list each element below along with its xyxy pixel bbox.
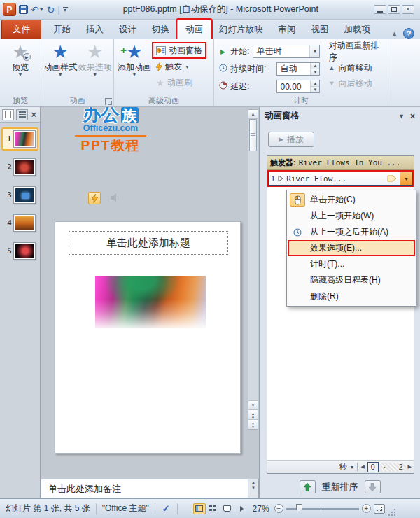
chevron-down-icon[interactable]: ▼ [349,465,354,470]
play-icon: ▶ [279,136,284,143]
add-animation-button[interactable]: +★ 添加动画 ▼ [115,41,153,96]
notes-placeholder[interactable]: 单击此处添加备注 [41,479,248,498]
menu-item-timing[interactable]: 计时(T)... [288,256,415,272]
menu-item-effect-options[interactable]: 效果选项(E)... [288,240,415,256]
normal-view-button[interactable] [193,503,206,514]
pane-close-icon[interactable]: × [410,111,415,121]
outline-tab[interactable] [16,109,28,120]
start-combobox[interactable]: 单击时 ▼ [253,45,320,58]
vertical-scrollbar[interactable]: ▲ ▼ ▲▲ ▼▼ [248,109,258,430]
menu-item-remove[interactable]: 删除(R) [288,288,415,304]
animation-styles-button[interactable]: ★ 动画样式 ▼ [43,41,78,96]
menu-item-start-after-previous[interactable]: 从上一项之后开始(A) [288,224,415,240]
minimize-button[interactable] [374,5,386,14]
slide-thumbnail-3[interactable]: 3 [1,183,38,206]
play-button[interactable]: ▶ 播放 [268,132,314,147]
fit-to-window-icon[interactable] [374,504,385,514]
effect-options-star-icon: ★ [87,41,103,62]
chevron-down-icon[interactable]: ▼ [309,46,319,57]
delay-spinner[interactable]: 00.00 ▲▼ [276,80,320,93]
trigger-button[interactable]: 触发 ▼ [153,59,205,74]
save-icon[interactable] [19,5,28,14]
animation-item[interactable]: 1 River Flow... ▼ [268,172,413,186]
previous-slide-button[interactable]: ▲▲ [248,410,258,419]
animation-painter-button[interactable]: ★ 动画刷 [153,76,205,90]
animation-pane-button[interactable]: 动画窗格 [153,43,205,57]
undo-icon[interactable]: ↶▼ [31,5,44,15]
timeline-right-icon[interactable]: ▶ [408,464,412,470]
reading-view-button[interactable] [221,503,234,514]
zoom-slider-thumb[interactable] [296,504,302,512]
quick-access-toolbar: P ↶▼ ↻ | ▼ [3,3,68,16]
zoom-out-icon[interactable]: − [274,504,284,513]
slide-thumbnail-2[interactable]: 2 [1,155,38,178]
scroll-down-icon[interactable]: ▼ [248,400,258,410]
tab-transitions[interactable]: 切换 [144,20,177,39]
tab-insert[interactable]: 插入 [78,20,111,39]
animation-pane-icon [156,46,166,55]
effect-options-button[interactable]: ★ 效果选项 ▼ [78,41,112,96]
close-button[interactable]: × [402,5,414,14]
speaker-icon[interactable] [110,192,121,205]
slide-picture[interactable] [95,276,206,328]
tab-review[interactable]: 审阅 [271,20,304,39]
spinner-buttons[interactable]: ▲▼ [310,80,319,92]
spellcheck-icon[interactable]: ✓ [155,503,177,514]
group-preview: ★▶ 预览 ▼ 预览 [0,39,41,106]
tab-file[interactable]: 文件 [1,20,41,39]
trigger-group-header: 触发器: River Flows In You ... [267,156,414,170]
timeline-left-icon[interactable]: ◀ [360,464,364,470]
tab-animations[interactable]: 动画 [177,20,211,39]
collapse-ribbon-icon[interactable]: ▲ [391,30,398,37]
slideshow-view-button[interactable] [235,503,248,514]
preview-button[interactable]: ★▶ 预览 ▼ [2,41,38,96]
slide[interactable]: 单击此处添加标题 [55,221,241,454]
undo-dropdown-icon[interactable]: ▼ [39,5,44,15]
qat-separator: | [57,5,59,15]
clock-icon [290,225,305,239]
slides-tab[interactable] [2,109,14,120]
chevron-down-icon: ▼ [58,72,63,77]
slide-editing-canvas: 办公 族 Officezu.com PPT教程 单击此处添加标题 ▲ ▼ ▲▲ … [41,107,259,475]
duration-spinner[interactable]: 自动 ▲▼ [276,62,320,76]
theme-name[interactable]: "Office 主题" [97,503,155,514]
zoom-level[interactable]: 27% [248,504,274,514]
tab-view[interactable]: 视图 [304,20,337,39]
tab-slideshow[interactable]: 幻灯片放映 [211,20,271,39]
reorder-up-button[interactable] [300,480,316,493]
scrollbar-thumb[interactable] [249,119,257,151]
slide-thumbnail-panel: × 1 2 3 4 5 [0,107,41,499]
title-placeholder[interactable]: 单击此处添加标题 [69,231,228,255]
zoom-in-icon[interactable]: + [362,504,371,513]
redo-icon[interactable]: ↻ [47,5,55,15]
tab-home[interactable]: 开始 [46,20,78,39]
trigger-lightning-icon[interactable] [88,192,101,204]
group-label-animation: 动画 [41,95,113,106]
animation-painter-icon: ★ [156,78,164,88]
move-later-button[interactable]: ▼ 向后移动 [328,76,386,91]
slide-thumbnail-5[interactable]: 5 [1,239,38,262]
menu-item-start-on-click[interactable]: 单击开始(C) [288,192,415,208]
animation-pane: 动画窗格 ▼ × ▶ 播放 触发器: River Flows In You ..… [259,107,420,499]
help-icon[interactable]: ? [403,28,414,39]
slide-thumbnail-4[interactable]: 4 [1,211,38,234]
slide-thumbnail-1[interactable]: 1 [1,127,38,150]
slide-sorter-view-button[interactable] [207,503,220,514]
item-dropdown-icon[interactable]: ▼ [400,172,412,185]
reorder-down-button[interactable] [365,480,381,493]
notes-scrollbar[interactable]: ▲▼ [248,479,258,498]
scroll-up-icon[interactable]: ▲ [248,110,258,119]
pane-menu-icon[interactable]: ▼ [398,113,405,120]
zoom-slider[interactable] [286,504,359,513]
timeline-start-tick: 0 [368,462,379,472]
restore-button[interactable] [388,5,400,14]
menu-item-hide-advanced-timeline[interactable]: 隐藏高级日程表(H) [288,272,415,288]
tab-design[interactable]: 设计 [111,20,144,39]
spinner-buttons[interactable]: ▲▼ [310,63,319,75]
powerpoint-icon[interactable]: P [3,3,16,16]
close-panel-icon[interactable]: × [31,109,38,120]
tab-addins[interactable]: 加载项 [337,20,379,39]
customize-qat-icon[interactable]: ▼ [63,7,68,13]
menu-item-start-with-previous[interactable]: 从上一项开始(W) [288,208,415,224]
next-slide-button[interactable]: ▼▼ [248,419,258,429]
